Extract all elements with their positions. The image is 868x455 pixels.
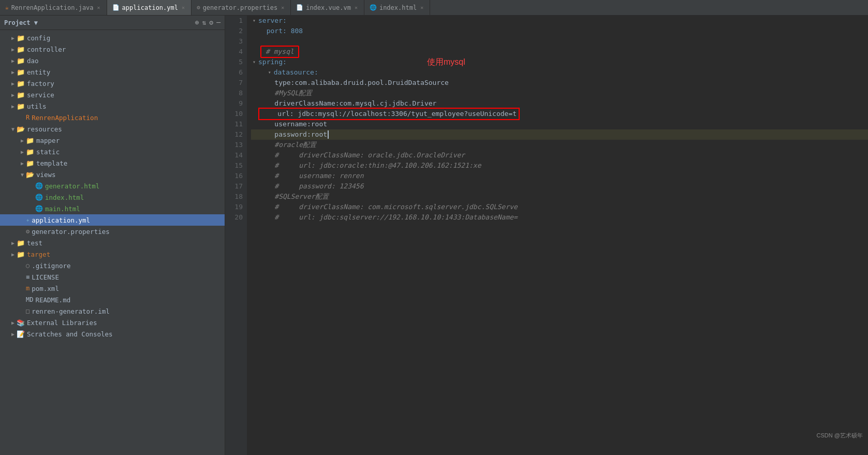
minimize-icon[interactable]: ─ — [216, 19, 220, 26]
tree-item-views[interactable]: ▼ 📂 views — [0, 169, 225, 180]
collapse-icon[interactable]: ⇅ — [202, 19, 207, 26]
xml-file-icon: m — [26, 285, 30, 292]
code-token: type: — [274, 78, 295, 88]
tree-item-dao[interactable]: ▶ 📁 dao — [0, 55, 225, 66]
code-editor[interactable]: ▾ server: port: 808 # — [247, 16, 868, 455]
tab-close-yml[interactable]: ✕ — [181, 4, 186, 11]
tree-item-factory[interactable]: ▶ 📁 factory — [0, 78, 225, 89]
tab-close-prop[interactable]: ✕ — [280, 4, 285, 11]
folder-icon: 📁 — [17, 102, 25, 110]
code-line-9: driverClassName: com.mysql.cj.jdbc.Drive… — [251, 98, 868, 109]
tree-item-static[interactable]: ▶ 📁 static — [0, 146, 225, 157]
vm-icon: 📄 — [296, 4, 303, 11]
tree-item-controller[interactable]: ▶ 📁 controller — [0, 43, 225, 55]
tree-item-template[interactable]: ▶ 📁 template — [0, 157, 225, 169]
item-label: External Libraries — [27, 319, 97, 327]
tree-item-readme[interactable]: MD README.md — [0, 294, 225, 305]
code-line-12: password: root — [251, 129, 868, 140]
tree-item-ext-libs[interactable]: ▶ 📚 External Libraries — [0, 317, 225, 328]
tab-renren-java[interactable]: ☕ RenrenApplication.java ✕ — [0, 0, 107, 15]
tree-item-generator-html[interactable]: 🌐 generator.html — [0, 180, 225, 192]
tree-item-test[interactable]: ▶ 📁 test — [0, 237, 225, 248]
item-label: factory — [27, 80, 54, 87]
tree-item-service[interactable]: ▶ 📁 service — [0, 89, 225, 100]
item-label: index.html — [45, 194, 84, 201]
arrow-icon: ▶ — [9, 58, 17, 64]
tab-index-vm[interactable]: 📄 index.vue.vm ✕ — [291, 0, 364, 15]
tab-close-vm[interactable]: ✕ — [354, 4, 359, 11]
code-token: com.mysql.cj.jdbc.Driver — [340, 98, 437, 109]
folder-icon: 📁 — [17, 68, 25, 76]
arrow-icon: ▶ — [9, 69, 17, 75]
item-label: pom.xml — [32, 285, 59, 292]
code-token — [258, 160, 274, 171]
tree-item-renren-app[interactable]: R RenrenApplication — [0, 112, 225, 123]
tree-item-generator-prop[interactable]: ⚙ generator.properties — [0, 226, 225, 237]
tab-close-java[interactable]: ✕ — [96, 4, 101, 11]
tab-index-html[interactable]: 🌐 index.html ✕ — [364, 0, 430, 15]
arrow-icon: ▶ — [9, 331, 17, 337]
code-token — [258, 140, 274, 150]
tree-item-license[interactable]: ≡ LICENSE — [0, 271, 225, 283]
item-label: generator.html — [45, 182, 99, 190]
code-line-18: #SQLServer配置 — [251, 192, 868, 202]
arrow-icon: ▶ — [19, 149, 26, 155]
code-line-20: # url: jdbc:sqlserver://192.168.10.10:14… — [251, 212, 868, 223]
code-token: # username: renren — [274, 171, 363, 181]
tab-application-yml[interactable]: 📄 application.yml ✕ — [107, 0, 192, 15]
code-line-19: # driverClassName: com.microsoft.sqlserv… — [251, 202, 868, 212]
tree-item-pom-xml[interactable]: m pom.xml — [0, 283, 225, 294]
ln-19: 19 — [228, 202, 243, 212]
iml-file-icon: □ — [26, 307, 30, 315]
ln-1: 1 — [228, 16, 243, 26]
tree-item-scratches[interactable]: ▶ 📝 Scratches and Consoles — [0, 328, 225, 340]
folder-icon: 📁 — [26, 148, 34, 156]
code-token: #oracle配置 — [274, 140, 316, 150]
code-token — [258, 202, 274, 212]
tab-close-html[interactable]: ✕ — [419, 4, 424, 11]
code-line-4: # mysql — [251, 47, 868, 57]
code-token: server: — [258, 16, 287, 26]
fold-icon-5[interactable]: ▾ — [251, 59, 257, 65]
tree-item-gitignore[interactable]: ○ .gitignore — [0, 260, 225, 271]
code-line-16: # username: renren — [251, 171, 868, 181]
tree-item-config[interactable]: ▶ 📁 config — [0, 32, 225, 43]
arrow-icon: ▶ — [9, 47, 17, 52]
tree-item-main-html[interactable]: 🌐 main.html — [0, 203, 225, 214]
code-token: # driverClassName: com.microsoft.sqlserv… — [274, 202, 518, 212]
code-token — [258, 150, 274, 160]
tree-item-iml[interactable]: □ renren-generator.iml — [0, 305, 225, 317]
tree-item-index-html-file[interactable]: 🌐 index.html — [0, 192, 225, 203]
ln-13: 13 — [228, 140, 243, 150]
tree-item-entity[interactable]: ▶ 📁 entity — [0, 66, 225, 78]
arrow-icon: ▶ — [9, 252, 17, 257]
settings-icon[interactable]: ⚙ — [209, 19, 213, 26]
tab-label: RenrenApplication.java — [11, 4, 94, 11]
fold-icon-6[interactable]: ▾ — [267, 69, 273, 76]
java-file-icon: R — [26, 114, 30, 121]
ln-16: 16 — [228, 171, 243, 181]
ln-14: 14 — [228, 150, 243, 160]
watermark: CSDN @艺术硕年 — [817, 432, 863, 439]
tree-item-application-yml[interactable]: ✦ application.yml — [0, 214, 225, 226]
item-label: static — [36, 148, 60, 156]
editor-area[interactable]: 1 2 3 4 5 6 7 8 9 10 11 12 13 14 15 16 1… — [225, 16, 868, 455]
ln-6: 6 — [228, 67, 243, 78]
tree-item-mapper[interactable]: ▶ 📁 mapper — [0, 135, 225, 146]
ln-4: 4 — [228, 47, 243, 57]
code-token — [258, 212, 274, 223]
cursor — [328, 130, 329, 139]
fold-icon-1[interactable]: ▾ — [251, 18, 257, 24]
tab-generator-prop[interactable]: ⚙ generator.properties ✕ — [192, 0, 291, 15]
tree-item-target[interactable]: ▶ 📁 target — [0, 248, 225, 260]
folder-icon: 📁 — [17, 34, 25, 42]
tree-item-resources[interactable]: ▼ 📂 resources — [0, 123, 225, 135]
code-token: # password: 123456 — [274, 181, 363, 192]
sidebar-tree[interactable]: ▶ 📁 config ▶ 📁 controller ▶ 📁 dao ▶ 📁 en… — [0, 30, 225, 455]
ln-18: 18 — [228, 192, 243, 202]
tree-item-utils[interactable]: ▶ 📁 utils — [0, 100, 225, 112]
prop-file-icon: ⚙ — [26, 228, 30, 235]
code-line-11: username: root — [251, 119, 868, 129]
locate-icon[interactable]: ⊕ — [195, 19, 199, 26]
arrow-icon: ▼ — [19, 172, 26, 178]
